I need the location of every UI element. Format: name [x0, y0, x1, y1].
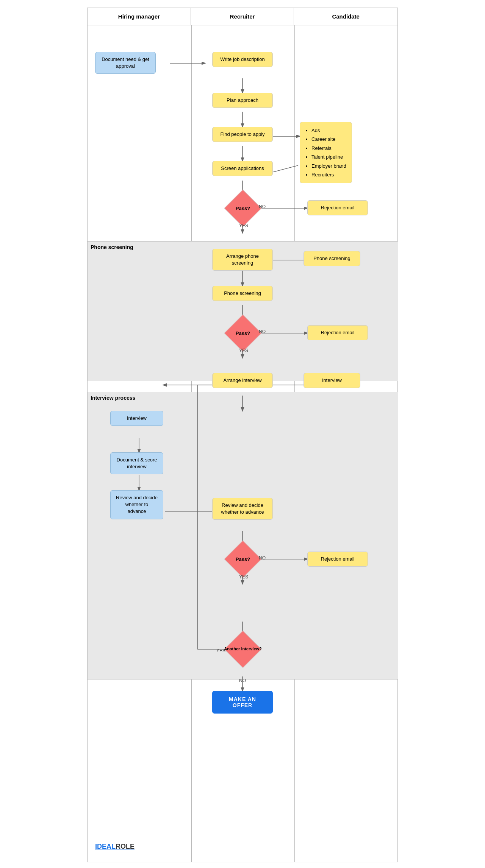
- rejection1-box: Rejection email: [307, 200, 387, 215]
- logo-ideal: IDEAL: [95, 843, 116, 850]
- header-hiring-manager: Hiring manager: [88, 8, 191, 25]
- plan-approach-box: Plan approach: [200, 93, 285, 108]
- pass3-no-label: NO: [259, 555, 266, 561]
- rejection2-box: Rejection email: [307, 325, 387, 340]
- interview-cand-box: Interview: [304, 373, 383, 388]
- review-hm-box: Review and decide whether to advance: [99, 490, 175, 519]
- pass2-diamond: Pass?: [230, 320, 256, 346]
- logo-role: ROLE: [116, 843, 135, 850]
- write-job-box: Write job description: [200, 52, 285, 67]
- logo[interactable]: IDEALROLE: [95, 843, 135, 851]
- another-yes-label: YES: [216, 648, 225, 653]
- review-rec-box: Review and decide whether to advance: [200, 498, 285, 520]
- pass2-yes-label: YES: [239, 348, 248, 353]
- interview-hm-box: Interview: [99, 411, 175, 426]
- header-candidate: Candidate: [294, 8, 397, 25]
- header-row: Hiring manager Recruiter Candidate: [88, 8, 397, 25]
- phone-screening-cand-box: Phone screening: [304, 251, 383, 266]
- another-no-label: NO: [239, 678, 246, 683]
- arrange-interview-box: Arrange interview: [200, 373, 285, 388]
- pass3-diamond: Pass?: [230, 546, 256, 572]
- pass1-yes-label: YES: [239, 223, 248, 228]
- make-offer-box[interactable]: MAKE AN OFFER: [200, 691, 285, 714]
- pass1-no-label: NO: [259, 204, 266, 209]
- header-recruiter: Recruiter: [191, 8, 294, 25]
- pass2-no-label: NO: [259, 329, 266, 334]
- phone-screening-rec-box: Phone screening: [200, 286, 285, 301]
- bullets-box: Ads Career site Referrals Talent pipelin…: [300, 122, 387, 183]
- interview-section-label: Interview process: [91, 395, 135, 401]
- arrange-phone-box: Arrange phone screening: [200, 249, 285, 271]
- find-people-box: Find people to apply: [200, 127, 285, 142]
- another-interview-diamond: Another interview?: [230, 636, 256, 662]
- doc-need-box: Document need & get approval: [95, 52, 156, 74]
- rejection3-box: Rejection email: [307, 552, 387, 567]
- screen-apps-box: Screen applications: [200, 161, 285, 176]
- phone-screening-label: Phone screening: [91, 244, 133, 250]
- pass3-yes-label: YES: [239, 574, 248, 580]
- pass1-diamond: Pass?: [230, 195, 256, 221]
- doc-score-box: Document & score interview: [99, 452, 175, 474]
